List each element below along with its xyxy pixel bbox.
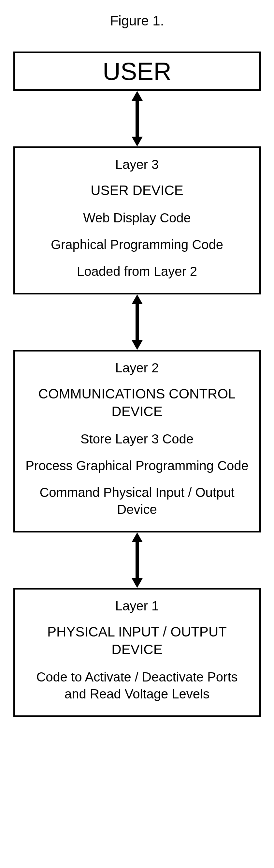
- layer3-header: Layer 3: [25, 157, 249, 172]
- layer3-box: Layer 3 USER DEVICE Web Display Code Gra…: [13, 146, 261, 294]
- layer1-title: PHYSICAL INPUT / OUTPUT DEVICE: [25, 623, 249, 659]
- svg-marker-7: [132, 532, 143, 542]
- layer3-title: USER DEVICE: [25, 182, 249, 199]
- arrow-layer2-layer1: [129, 532, 145, 588]
- layer3-line: Web Display Code: [25, 209, 249, 226]
- svg-marker-8: [132, 578, 143, 588]
- layer2-title: COMMUNICATIONS CONTROL DEVICE: [25, 385, 249, 421]
- layer1-line: Code to Activate / Deactivate Ports and …: [25, 669, 249, 702]
- layer2-box: Layer 2 COMMUNICATIONS CONTROL DEVICE St…: [13, 350, 261, 532]
- svg-marker-2: [132, 136, 143, 146]
- svg-marker-5: [132, 340, 143, 350]
- layer1-box: Layer 1 PHYSICAL INPUT / OUTPUT DEVICE C…: [13, 588, 261, 717]
- layer2-line: Process Graphical Programming Code: [25, 457, 249, 474]
- layer2-line: Command Physical Input / Output Device: [25, 484, 249, 518]
- svg-marker-4: [132, 294, 143, 304]
- arrow-layer3-layer2: [129, 294, 145, 350]
- layer1-header: Layer 1: [25, 599, 249, 613]
- user-label: USER: [22, 57, 253, 86]
- figure-title: Figure 1.: [110, 13, 164, 29]
- layer2-line: Store Layer 3 Code: [25, 430, 249, 447]
- layer2-header: Layer 2: [25, 361, 249, 375]
- layer3-line: Loaded from Layer 2: [25, 263, 249, 280]
- svg-marker-1: [132, 91, 143, 101]
- user-box: USER: [13, 52, 261, 91]
- arrow-user-layer3: [129, 91, 145, 146]
- layer3-line: Graphical Programming Code: [25, 236, 249, 253]
